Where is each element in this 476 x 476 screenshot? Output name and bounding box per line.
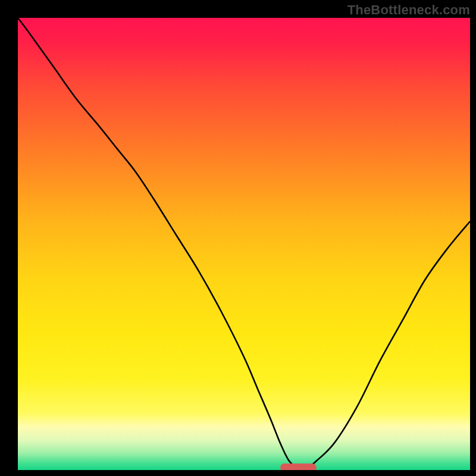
optimal-marker (280, 464, 317, 470)
plot-area (18, 18, 470, 470)
chart-frame: TheBottleneck.com (0, 0, 476, 476)
bottleneck-curve (18, 18, 470, 470)
watermark-label: TheBottleneck.com (347, 2, 470, 18)
